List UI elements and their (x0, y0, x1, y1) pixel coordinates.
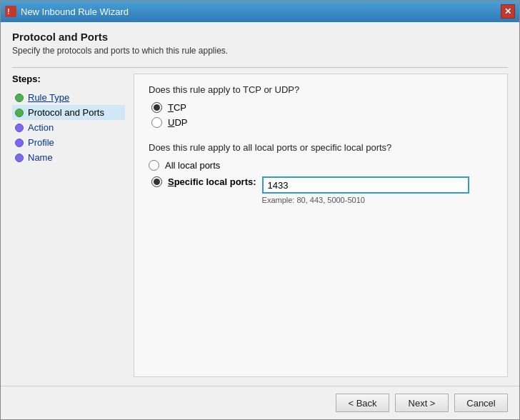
next-button[interactable]: Next > (395, 394, 449, 412)
radio-tcp-input[interactable] (151, 102, 162, 113)
sidebar-item-rule-type[interactable]: Rule Type (12, 90, 125, 105)
radio-all-local-label: All local ports (165, 160, 220, 171)
page-title: Protocol and Ports (12, 31, 508, 43)
close-button[interactable]: ✕ (501, 4, 515, 19)
title-bar: ! New Inbound Rule Wizard ✕ (1, 1, 519, 22)
ports-question: Does this rule apply to all local ports … (149, 142, 493, 153)
sidebar-item-label-action: Action (28, 122, 54, 133)
sidebar-item-label-rule-type: Rule Type (28, 92, 69, 103)
sidebar-item-name: Name (12, 150, 125, 165)
cancel-button[interactable]: Cancel (454, 394, 508, 412)
sidebar-item-profile: Profile (12, 135, 125, 150)
main-layout: Steps: Rule Type Protocol and Ports Acti… (12, 74, 508, 377)
sidebar-item-label-profile: Profile (28, 137, 54, 148)
sidebar: Steps: Rule Type Protocol and Ports Acti… (12, 74, 134, 377)
step-dot-protocol-ports (15, 109, 24, 117)
radio-udp-label: UDP (168, 117, 187, 128)
port-input-row: Specific local ports: Example: 80, 443, … (151, 176, 493, 204)
back-button[interactable]: < Back (336, 394, 389, 412)
port-input-field[interactable] (262, 176, 469, 194)
content-area: Protocol and Ports Specify the protocols… (1, 22, 519, 386)
radio-all-local[interactable]: All local ports (149, 160, 493, 171)
radio-udp-input[interactable] (151, 117, 162, 128)
steps-label: Steps: (12, 74, 125, 84)
page-subtitle: Specify the protocols and ports to which… (12, 46, 508, 56)
port-section: All local ports Specific local ports: Ex… (149, 160, 493, 204)
radio-tcp-label: TCP (168, 102, 186, 113)
step-dot-action (15, 124, 24, 132)
sidebar-item-action: Action (12, 120, 125, 135)
footer: < Back Next > Cancel (1, 386, 519, 419)
step-dot-name (15, 154, 24, 162)
title-bar-left: ! New Inbound Rule Wizard (5, 6, 129, 17)
step-dot-profile (15, 139, 24, 147)
step-dot-rule-type (15, 94, 24, 102)
radio-specific-local-label: Specific local ports: (168, 176, 256, 187)
radio-udp[interactable]: UDP (151, 117, 493, 128)
radio-specific-local-input[interactable] (151, 176, 162, 187)
sidebar-item-label-name: Name (28, 152, 53, 163)
window-title: New Inbound Rule Wizard (21, 6, 129, 17)
sidebar-item-label-protocol-ports: Protocol and Ports (28, 107, 104, 118)
app-icon: ! (5, 6, 16, 17)
port-example: Example: 80, 443, 5000-5010 (262, 196, 469, 204)
main-window: ! New Inbound Rule Wizard ✕ Protocol and… (0, 0, 520, 420)
right-panel: Does this rule apply to TCP or UDP? TCP … (134, 74, 508, 377)
page-header: Protocol and Ports Specify the protocols… (12, 31, 508, 56)
protocol-radio-group: TCP UDP (151, 102, 493, 128)
radio-all-local-input[interactable] (149, 160, 159, 171)
port-input-wrapper: Example: 80, 443, 5000-5010 (262, 176, 469, 204)
svg-text:!: ! (7, 7, 10, 16)
radio-specific-local[interactable]: Specific local ports: (151, 176, 256, 187)
sidebar-item-protocol-ports: Protocol and Ports (12, 105, 125, 120)
header-divider (12, 67, 508, 68)
protocol-question: Does this rule apply to TCP or UDP? (149, 84, 493, 95)
radio-tcp[interactable]: TCP (151, 102, 493, 113)
